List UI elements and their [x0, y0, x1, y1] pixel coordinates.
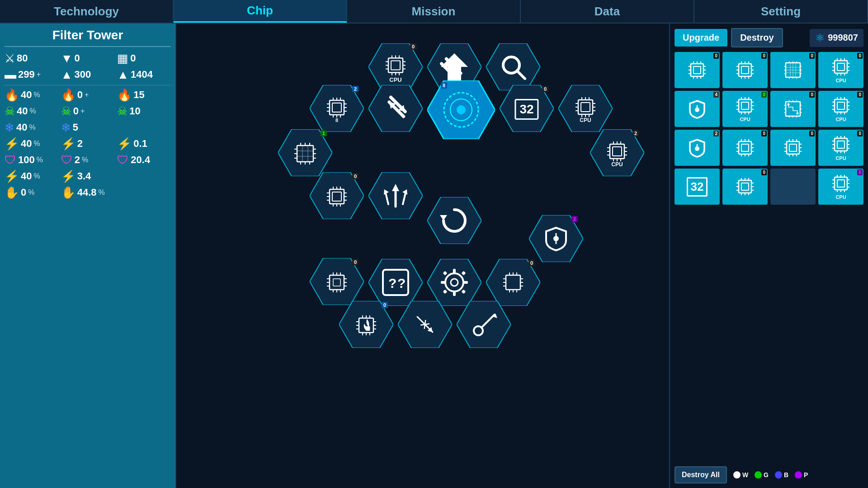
chip-card-3[interactable]: 0	[770, 52, 816, 88]
filter-dot-p	[795, 471, 802, 479]
chip-card-2[interactable]: 0	[722, 52, 768, 88]
chip-card-11[interactable]: 0	[770, 130, 816, 166]
hex-cell-shield-r3[interactable]: 2	[529, 215, 583, 264]
tab-chip[interactable]: Chip	[174, 0, 347, 23]
destroy-all-button[interactable]: Destroy All	[675, 466, 727, 483]
chip-card-1[interactable]: 0	[675, 52, 720, 88]
currency-display: ⚛ 999807	[810, 29, 863, 47]
chip-badge-3: 0	[809, 53, 815, 59]
tab-setting[interactable]: Setting	[694, 0, 868, 23]
chip-icon-11	[783, 138, 803, 158]
chip-shield-icon-5	[687, 99, 707, 119]
hex-grid: 0	[274, 39, 572, 473]
chip-card-15[interactable]	[770, 169, 816, 205]
stat-download: ▼ 0	[61, 52, 115, 64]
chip-card-6[interactable]: 0 CPU	[722, 91, 768, 127]
filter-label-g: G	[764, 471, 769, 479]
svg-rect-286	[837, 102, 844, 109]
tab-data[interactable]: Data	[521, 0, 694, 23]
filter-dot-w	[733, 471, 741, 479]
svg-rect-193	[691, 64, 703, 76]
filter-b[interactable]: B	[775, 471, 788, 479]
hex-cell-chip32[interactable]: 0 32	[500, 85, 554, 134]
stat-bar2-value: 300	[74, 69, 91, 80]
chip-cpu-icon-4	[831, 57, 851, 77]
stat-fire2-value: 0	[77, 89, 83, 101]
chip-32-icon-13: 32	[687, 177, 708, 197]
hex-cell-chip-r4r[interactable]: 0	[486, 259, 540, 308]
stat-bar2: ▲ 300	[61, 69, 115, 80]
stat-thunder2: ⚡ 3.4	[61, 170, 115, 182]
filter-label-p: P	[804, 471, 808, 479]
poison2-icon: ☠	[61, 105, 71, 117]
destroy-button[interactable]: Destroy	[731, 28, 783, 47]
chip-card-16[interactable]: 0 CPU	[818, 169, 863, 205]
lightning1-icon: ⚡	[5, 138, 19, 150]
svg-line-24	[517, 71, 525, 79]
svg-rect-241	[837, 63, 844, 70]
hex-cell-multiarrow[interactable]	[368, 172, 423, 221]
hex-cell-active-center[interactable]: 8	[427, 80, 495, 141]
fire3-icon: 🔥	[117, 89, 132, 101]
hex-cell-circle-arrow[interactable]	[457, 301, 511, 350]
upgrade-button[interactable]: Upgrade	[675, 29, 727, 47]
bar1-icon: ▬	[5, 69, 16, 80]
svg-rect-153	[462, 271, 466, 276]
stat-bar1-value: 299	[18, 69, 35, 80]
filter-dot-b	[775, 471, 782, 479]
tab-technology[interactable]: Technology	[0, 0, 174, 23]
stat-lightning2-value: 2	[77, 138, 83, 150]
svg-rect-150	[441, 281, 445, 284]
hex-cell-chip8[interactable]: 2	[310, 85, 364, 134]
chip-card-14[interactable]: 0	[722, 169, 768, 205]
svg-rect-26	[330, 100, 344, 115]
filter-p[interactable]: P	[795, 471, 808, 479]
chip-card-4[interactable]: 0 CPU	[818, 52, 863, 88]
stat-poison3: ☠ 10	[117, 105, 171, 117]
svg-rect-152	[443, 271, 448, 276]
svg-point-48	[457, 105, 466, 114]
hex-cell-sword[interactable]	[398, 301, 452, 350]
left-panel: Filter Tower ⚔ 80 ▼ 0 ▦ 0 ▬ 299 + ▲	[0, 23, 176, 488]
chip-card-7[interactable]: 0	[770, 91, 816, 127]
hex-cell-cpu-r1[interactable]: CPU	[558, 85, 613, 134]
hex-cell-arrow-leftdown[interactable]	[368, 85, 423, 134]
center-panel: 0	[176, 23, 669, 488]
filter-w[interactable]: W	[733, 471, 748, 479]
bottom-controls: Destroy All W G B P	[675, 466, 863, 483]
right-top-bar: Upgrade Destroy ⚛ 999807	[675, 28, 863, 47]
stat-chip-value: 0	[130, 52, 136, 64]
svg-rect-99	[330, 189, 344, 204]
stat-row-ice: ❄ 40 % ❄ 5	[5, 122, 171, 133]
chip-card-12[interactable]: 0 CPU	[818, 130, 863, 166]
chip-card-5[interactable]: 4	[675, 91, 720, 127]
svg-rect-84	[610, 144, 624, 159]
filter-g[interactable]: G	[755, 471, 769, 479]
svg-point-146	[445, 273, 463, 291]
tab-mission[interactable]: Mission	[347, 0, 521, 23]
stat-ice2: ❄ 5	[61, 122, 115, 133]
chip-cpu-label-12: CPU	[835, 155, 846, 161]
hex-cell-chip-left2[interactable]: 1	[278, 129, 332, 178]
main-content: Filter Tower ⚔ 80 ▼ 0 ▦ 0 ▬ 299 + ▲	[0, 23, 868, 488]
svg-point-147	[451, 279, 458, 286]
hand2-icon: ✋	[61, 187, 75, 198]
hex-cell-gear[interactable]	[427, 259, 481, 308]
hex-cell-cpu-r2[interactable]: 2	[590, 129, 644, 178]
chip-card-10[interactable]: 0	[722, 130, 768, 166]
chip-card-8[interactable]: 0 CPU	[818, 91, 863, 127]
hex-cell-chip-r5l[interactable]: 0	[339, 301, 393, 350]
chip-icon-14	[735, 177, 755, 197]
hex-cell-question[interactable]: ? ?	[368, 259, 423, 308]
hex-cell-circular-arrow[interactable]	[427, 197, 481, 246]
stat-poison3-value: 10	[129, 105, 140, 117]
svg-rect-256	[739, 99, 751, 112]
svg-rect-157	[506, 275, 520, 290]
chip-card-13[interactable]: 32	[675, 169, 720, 205]
lightning2-icon: ⚡	[61, 138, 75, 150]
hex-cell-chip-r4l[interactable]: 0	[310, 258, 364, 307]
svg-rect-51	[578, 100, 593, 114]
chip-card-9[interactable]: 2	[675, 130, 720, 166]
hex-cell-chip-r3l[interactable]: 0	[310, 172, 364, 221]
chip-cpu-label-6: CPU	[740, 117, 750, 122]
